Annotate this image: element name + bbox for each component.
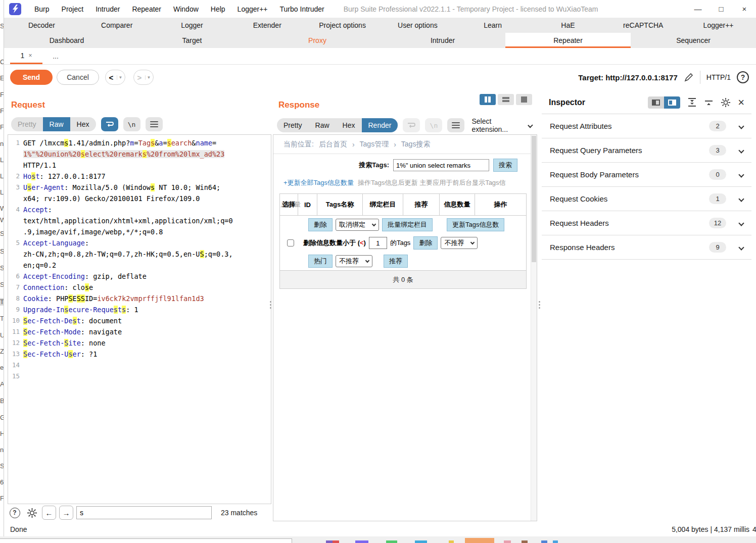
menu-turbo-intruder[interactable]: Turbo Intruder xyxy=(274,5,330,13)
menu-burp[interactable]: Burp xyxy=(28,5,56,13)
recommend-select-2[interactable]: 不推荐 xyxy=(336,255,372,267)
tab-logger[interactable]: Logger xyxy=(155,18,230,33)
inspector-section-request-query-parameters[interactable]: Request Query Parameters3 xyxy=(542,138,751,163)
new-tab-button[interactable]: ... xyxy=(46,48,65,64)
taskbar-app-icon[interactable] xyxy=(355,540,368,543)
chevron-down-icon[interactable] xyxy=(738,123,744,129)
tab-logger-[interactable]: Logger++ xyxy=(681,18,756,33)
tab-learn[interactable]: Learn xyxy=(455,18,531,33)
menu-project[interactable]: Project xyxy=(56,5,90,13)
forward-dropdown-icon[interactable]: ▼ xyxy=(145,75,152,80)
response-view-render[interactable]: Render xyxy=(362,118,398,132)
inspector-section-response-headers[interactable]: Response Headers9 xyxy=(542,235,751,260)
request-view-hex[interactable]: Hex xyxy=(70,117,96,131)
chevron-down-icon[interactable] xyxy=(738,172,744,177)
inspector-settings-gear-icon[interactable] xyxy=(721,97,731,108)
request-view-pretty[interactable]: Pretty xyxy=(11,117,43,131)
taskbar-app-icon[interactable] xyxy=(522,540,528,543)
response-inspector-splitter[interactable] xyxy=(538,301,540,312)
dock-right-icon[interactable] xyxy=(664,96,680,109)
close-tab-icon[interactable]: × xyxy=(28,52,32,59)
recommend-select-1[interactable]: 不推荐 xyxy=(441,237,478,249)
breadcrumb-item[interactable]: Tags搜索 xyxy=(401,140,431,149)
tab-repeater[interactable]: Repeater xyxy=(505,33,631,48)
taskbar-app-icon[interactable] xyxy=(541,540,547,543)
chevron-down-icon[interactable] xyxy=(738,147,744,153)
request-menu-icon[interactable] xyxy=(146,117,163,131)
columns-layout-icon[interactable] xyxy=(480,94,496,105)
extension-select[interactable]: Select extension... xyxy=(471,117,532,133)
response-menu-icon[interactable] xyxy=(447,118,464,132)
tab-target[interactable]: Target xyxy=(129,33,255,48)
menu-intruder[interactable]: Intruder xyxy=(89,5,126,13)
expand-all-icon[interactable] xyxy=(687,97,697,107)
help-icon[interactable]: ? xyxy=(737,71,749,83)
response-view-hex[interactable]: Hex xyxy=(336,118,362,132)
menu-window[interactable]: Window xyxy=(167,5,205,13)
tab-hae[interactable]: HaE xyxy=(531,18,606,33)
taskbar-app-icon[interactable] xyxy=(465,538,494,543)
tab-intruder[interactable]: Intruder xyxy=(380,33,505,48)
request-editor[interactable]: 1GET /lmxcms1.41/admin.php?m=Tags&a=sear… xyxy=(8,134,271,504)
tab-dashboard[interactable]: Dashboard xyxy=(4,33,129,48)
inspector-close-icon[interactable]: × xyxy=(738,96,744,109)
menu-repeater[interactable]: Repeater xyxy=(126,5,167,13)
inspector-section-request-body-parameters[interactable]: Request Body Parameters0 xyxy=(542,163,751,187)
menu-help[interactable]: Help xyxy=(205,5,231,13)
tab-decoder[interactable]: Decoder xyxy=(4,18,79,33)
chevron-down-icon[interactable] xyxy=(738,196,744,202)
tab-comparer[interactable]: Comparer xyxy=(79,18,155,33)
tab-project-options[interactable]: Project options xyxy=(305,18,380,33)
bulk-delete-button[interactable]: 删除 xyxy=(308,218,333,231)
show-newlines-icon[interactable]: \n xyxy=(123,117,140,131)
request-view-raw[interactable]: Raw xyxy=(43,117,70,131)
dock-left-icon[interactable] xyxy=(648,96,664,109)
forward-request-button[interactable]: > ▼ xyxy=(133,70,154,85)
select-all-checkbox[interactable] xyxy=(287,239,294,246)
count-threshold-input[interactable] xyxy=(369,237,387,249)
tab-extender[interactable]: Extender xyxy=(229,18,305,33)
tab-user-options[interactable]: User options xyxy=(380,18,455,33)
update-all-tags-link[interactable]: +更新全部Tags信息数量 xyxy=(284,178,354,187)
chevron-down-icon[interactable] xyxy=(738,220,744,226)
taskbar-app-icon[interactable] xyxy=(415,540,427,543)
scrollbar-thumb[interactable] xyxy=(532,136,536,262)
search-prev-icon[interactable]: ← xyxy=(42,506,56,520)
search-input[interactable] xyxy=(76,506,212,519)
tags-search-input[interactable] xyxy=(393,159,489,171)
taskbar-app-icon[interactable] xyxy=(504,540,511,543)
repeater-tab-1[interactable]: 1 × xyxy=(10,48,42,64)
tags-search-button[interactable]: 搜索 xyxy=(493,159,517,172)
tab-proxy[interactable]: Proxy xyxy=(255,33,380,48)
send-button[interactable]: Send xyxy=(10,70,53,85)
recommend-button[interactable]: 推荐 xyxy=(384,255,408,268)
tab-sequencer[interactable]: Sequencer xyxy=(631,33,756,48)
back-request-button[interactable]: < ▼ xyxy=(105,70,125,85)
inspector-section-request-headers[interactable]: Request Headers12 xyxy=(542,211,751,235)
unbind-select[interactable]: 取消绑定 xyxy=(336,219,379,231)
batch-bind-button[interactable]: 批量绑定栏目 xyxy=(382,218,433,231)
breadcrumb-item[interactable]: 后台首页 xyxy=(319,140,347,149)
inspector-section-request-attributes[interactable]: Request Attributes2 xyxy=(542,114,751,138)
breadcrumb-item[interactable]: Tags管理 xyxy=(360,140,389,149)
menu-logger-[interactable]: Logger++ xyxy=(231,5,274,13)
taskbar-app-icon[interactable] xyxy=(449,540,454,543)
minimize-button[interactable]: — xyxy=(686,1,710,18)
taskbar-app-icon[interactable] xyxy=(386,540,397,543)
close-button[interactable]: × xyxy=(733,1,756,18)
update-count-button[interactable]: 更新Tags信息数 xyxy=(447,218,504,231)
tab-recaptcha[interactable]: reCAPTCHA xyxy=(605,18,681,33)
search-settings-gear-icon[interactable] xyxy=(25,506,39,520)
chevron-down-icon[interactable] xyxy=(738,244,744,250)
request-response-splitter[interactable] xyxy=(269,301,271,312)
word-wrap-icon[interactable] xyxy=(101,117,118,131)
response-scrollbar[interactable] xyxy=(531,135,537,521)
taskbar-app-icon[interactable] xyxy=(553,540,558,543)
collapse-all-icon[interactable] xyxy=(704,97,714,107)
search-next-icon[interactable]: → xyxy=(59,506,73,520)
rows-layout-icon[interactable] xyxy=(498,94,514,105)
taskbar-app-icon[interactable] xyxy=(326,540,333,543)
maximize-button[interactable]: □ xyxy=(710,1,733,18)
response-view-raw[interactable]: Raw xyxy=(309,118,336,132)
http-version[interactable]: HTTP/1 xyxy=(706,73,731,81)
